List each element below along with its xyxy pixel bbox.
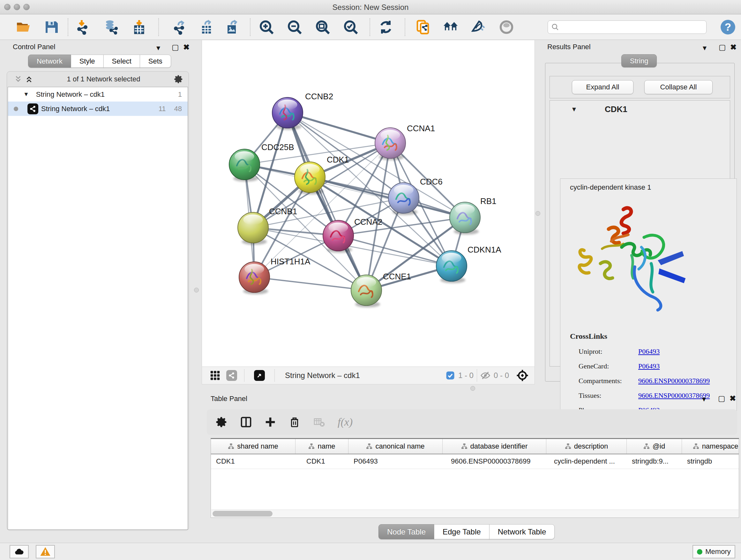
cell-namespace[interactable]: stringdb (682, 454, 739, 469)
export-image-icon[interactable] (224, 19, 240, 36)
graph-node-RB1 (450, 202, 480, 235)
table-panel-close-icon[interactable]: ✖ (730, 395, 736, 402)
import-network-file-icon[interactable] (75, 19, 91, 36)
gene-collapse-icon[interactable]: ▼ (571, 106, 577, 113)
control-panel-float-icon[interactable]: ▢ (172, 44, 179, 51)
enhanced-graphics-icon[interactable] (469, 19, 486, 36)
center-view-crosshair-icon[interactable] (516, 369, 529, 382)
crosslink-link[interactable]: P06493 (638, 362, 660, 370)
export-network-icon[interactable] (172, 19, 188, 36)
cell-name[interactable]: CDK1 (295, 454, 348, 469)
column-header[interactable]: database identifier (443, 439, 546, 454)
import-table-icon[interactable] (131, 19, 147, 36)
zoom-in-icon[interactable] (258, 19, 275, 36)
horizontal-splitter-handle[interactable] (470, 386, 475, 391)
right-splitter-handle[interactable] (536, 211, 540, 216)
svg-text:CCNB2: CCNB2 (305, 91, 333, 101)
add-column-icon[interactable] (264, 416, 276, 428)
network-edge-count: 48 (174, 105, 182, 113)
collapse-all-icon[interactable] (14, 75, 22, 83)
search-field[interactable] (548, 20, 706, 34)
cell-database-identifier[interactable]: 9606.ENSP00000378699 (443, 454, 546, 469)
results-buttons-box: Expand All Collapse All (549, 76, 730, 98)
save-session-icon[interactable] (43, 19, 60, 36)
table-panel-menu-icon[interactable]: ▾ (702, 395, 706, 403)
results-panel-close-icon[interactable]: ✖ (730, 44, 737, 51)
expand-all-button[interactable]: Expand All (572, 80, 633, 94)
table-horizontal-scrollbar[interactable] (211, 509, 738, 517)
export-table-icon[interactable] (198, 19, 215, 36)
results-panel-title: Results Panel (547, 43, 591, 51)
tab-string[interactable]: String (621, 54, 657, 67)
network-label: String Network – cdk1 (41, 105, 110, 113)
tab-node-table[interactable]: Node Table (379, 524, 434, 539)
table-panel-float-icon[interactable]: ▢ (718, 395, 725, 402)
network-share-icon[interactable] (226, 370, 237, 381)
search-input[interactable] (559, 23, 706, 31)
gene-section-header[interactable]: ▼ CDK1 (550, 101, 730, 118)
birds-eye-view-icon[interactable] (254, 370, 265, 381)
column-header[interactable]: canonical name (348, 439, 443, 454)
open-session-icon[interactable] (15, 19, 31, 36)
warning-button[interactable] (36, 545, 55, 558)
column-header[interactable]: description (546, 439, 627, 454)
glass-ball-icon[interactable] (498, 19, 515, 36)
table-options-gear-icon[interactable] (216, 416, 228, 428)
collection-expand-icon[interactable]: ▼ (23, 91, 29, 98)
collapse-all-button[interactable]: Collapse All (644, 80, 713, 94)
tab-network[interactable]: Network (28, 55, 71, 68)
network-collection-row[interactable]: ▼ String Network – cdk1 1 (8, 87, 188, 102)
svg-text:HIST1H1A: HIST1H1A (271, 257, 311, 266)
zoom-fit-icon[interactable] (314, 19, 331, 36)
cell-shared-name[interactable]: CDK1 (211, 454, 295, 469)
cell-id[interactable]: stringdb:9... (627, 454, 682, 469)
column-header[interactable]: namespace (682, 439, 739, 454)
network-graph[interactable]: CCNB2CCNA1CDC25BCDK1CDC6RB1CCNB1CCNA2CDK… (202, 40, 535, 367)
tab-style[interactable]: Style (71, 55, 104, 68)
show-columns-icon[interactable] (240, 416, 252, 428)
import-network-database-icon[interactable] (103, 19, 119, 36)
warning-icon (40, 546, 51, 557)
tab-select[interactable]: Select (104, 55, 140, 68)
zoom-out-icon[interactable] (286, 19, 303, 36)
tab-network-table[interactable]: Network Table (489, 524, 555, 539)
cell-canonical-name[interactable]: P06493 (348, 454, 443, 469)
network-row[interactable]: String Network – cdk1 11 48 (8, 102, 188, 116)
help-icon[interactable]: ? (720, 19, 736, 36)
control-panel-close-icon[interactable]: ✖ (183, 44, 190, 51)
expand-all-icon[interactable] (25, 75, 33, 83)
toolbar-separator (68, 18, 68, 36)
cloud-button[interactable] (10, 545, 29, 558)
network-list-header: 1 of 1 Network selected (8, 71, 188, 87)
window-title: Session: New Session (0, 3, 741, 12)
column-header[interactable]: shared name (211, 439, 295, 454)
graph-node-CDK1 (294, 162, 325, 194)
refresh-icon[interactable] (378, 19, 394, 36)
hidden-eye-icon[interactable] (480, 370, 490, 381)
table-row[interactable]: CDK1 CDK1 P06493 9606.ENSP00000378699 cy… (211, 454, 739, 469)
zoom-selected-icon[interactable] (342, 19, 359, 36)
column-header[interactable]: name (295, 439, 348, 454)
results-panel-menu-icon[interactable]: ▾ (703, 44, 706, 52)
collection-label: String Network – cdk1 (36, 90, 105, 99)
selected-checkbox-icon[interactable] (446, 371, 455, 380)
tab-sets[interactable]: Sets (140, 55, 171, 68)
column-header[interactable]: @id (627, 439, 682, 454)
crosslink-link[interactable]: 9606.ENSP00000378699 (638, 391, 710, 400)
scrollbar-thumb[interactable] (212, 511, 273, 516)
tab-edge-table[interactable]: Edge Table (434, 524, 489, 539)
memory-button[interactable]: Memory (692, 545, 735, 558)
string-home-icon[interactable] (442, 19, 459, 36)
grid-view-icon[interactable] (210, 370, 220, 381)
results-panel-float-icon[interactable]: ▢ (719, 44, 726, 51)
crosslink-link[interactable]: 9606.ENSP00000378699 (638, 377, 710, 385)
left-splitter-handle[interactable] (194, 288, 199, 293)
copy-style-icon[interactable] (415, 19, 431, 36)
network-canvas[interactable]: CCNB2CCNA1CDC25BCDK1CDC6RB1CCNB1CCNA2CDK… (202, 40, 535, 367)
toolbar-separator (405, 18, 405, 36)
cell-description[interactable]: cyclin-dependent ... (546, 454, 627, 469)
control-panel-menu-icon[interactable]: ▾ (156, 44, 160, 52)
network-options-gear-icon[interactable] (174, 74, 184, 84)
crosslink-link[interactable]: P06493 (638, 348, 660, 356)
delete-column-icon[interactable] (288, 416, 300, 428)
